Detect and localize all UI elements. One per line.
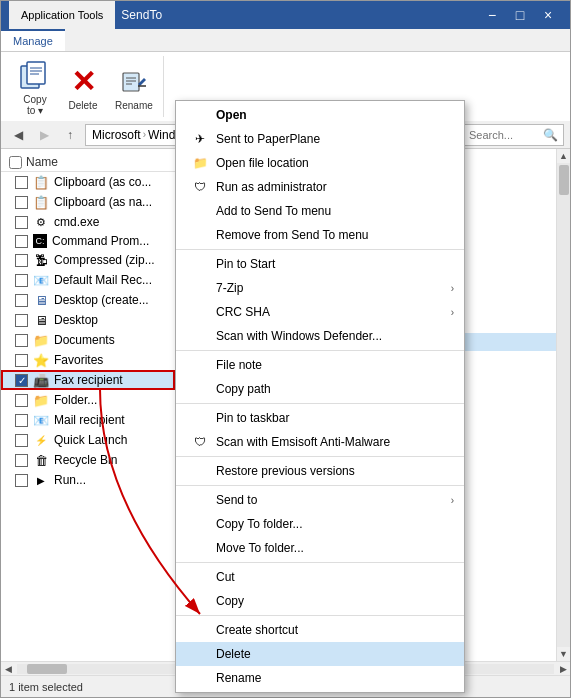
item-checkbox[interactable]: [15, 314, 28, 327]
scroll-down-button[interactable]: ▼: [557, 647, 571, 661]
list-item[interactable]: 📧 Default Mail Rec...: [1, 270, 175, 290]
list-item[interactable]: ⭐ Favorites: [1, 350, 175, 370]
item-checkbox[interactable]: [15, 294, 28, 307]
search-input[interactable]: [469, 129, 539, 141]
item-checkbox[interactable]: [15, 434, 28, 447]
list-item[interactable]: C: Command Prom...: [1, 232, 175, 250]
file-name: Mail recipient: [54, 413, 125, 427]
ctx-7zip[interactable]: 7-Zip ›: [176, 276, 464, 300]
ctx-create-shortcut[interactable]: Create shortcut: [176, 618, 464, 642]
organize-group: Copy to ▾ ✕ Delete: [9, 56, 164, 117]
minimize-button[interactable]: −: [478, 1, 506, 29]
ctx-open-location[interactable]: 📁 Open file location: [176, 151, 464, 175]
list-item[interactable]: ▶ Run...: [1, 470, 175, 490]
separator: [176, 249, 464, 250]
ctx-add-sendto[interactable]: Add to Send To menu: [176, 199, 464, 223]
mail-recipient-icon: 📧: [33, 412, 49, 428]
ctx-run-admin[interactable]: 🛡 Run as administrator: [176, 175, 464, 199]
search-box: 🔍: [464, 124, 564, 146]
vertical-scrollbar[interactable]: ▲ ▼: [556, 149, 570, 661]
ctx-file-note[interactable]: File note: [176, 353, 464, 377]
remove-icon: [192, 227, 208, 243]
item-checkbox[interactable]: [15, 254, 28, 267]
ctx-rename[interactable]: Rename: [176, 666, 464, 690]
list-item[interactable]: ⚡ Quick Launch: [1, 430, 175, 450]
emsisoft-icon: 🛡: [192, 434, 208, 450]
breadcrumb-part1: Microsoft: [92, 128, 141, 142]
list-item[interactable]: 📁 Folder...: [1, 390, 175, 410]
item-checkbox[interactable]: [15, 235, 28, 248]
close-button[interactable]: ×: [534, 1, 562, 29]
list-item[interactable]: 📋 Clipboard (as na...: [1, 192, 175, 212]
ctx-copy-path[interactable]: Copy path: [176, 377, 464, 401]
separator: [176, 403, 464, 404]
ctx-delete[interactable]: Delete: [176, 642, 464, 666]
list-item[interactable]: 🗑 Recycle Bin: [1, 450, 175, 470]
scroll-left-button[interactable]: ◀: [1, 662, 15, 676]
item-checkbox[interactable]: ✓: [15, 374, 28, 387]
tab-manage[interactable]: Manage: [1, 29, 65, 51]
copy-to-button[interactable]: Copy to ▾: [13, 58, 57, 118]
ctx-restore-versions[interactable]: Restore previous versions: [176, 459, 464, 483]
select-all-checkbox[interactable]: [9, 156, 22, 169]
list-item[interactable]: 📋 Clipboard (as co...: [1, 172, 175, 192]
ctx-copy[interactable]: Copy: [176, 589, 464, 613]
item-checkbox[interactable]: [15, 216, 28, 229]
name-column-header: Name: [26, 155, 58, 169]
item-checkbox[interactable]: [15, 474, 28, 487]
item-checkbox[interactable]: [15, 334, 28, 347]
ctx-pin-taskbar[interactable]: Pin to taskbar: [176, 406, 464, 430]
copy-folder-icon: [192, 516, 208, 532]
file-name: Clipboard (as co...: [54, 175, 151, 189]
ctx-scan-emsisoft[interactable]: 🛡 Scan with Emsisoft Anti-Malware: [176, 430, 464, 454]
copy-to-icon: [19, 60, 51, 92]
desktop-icon: 🖥: [33, 312, 49, 328]
list-item[interactable]: 🖥 Desktop (create...: [1, 290, 175, 310]
item-checkbox[interactable]: [15, 274, 28, 287]
list-item[interactable]: 🖥 Desktop: [1, 310, 175, 330]
up-button[interactable]: ↑: [59, 124, 81, 146]
ctx-send-to[interactable]: Send to ›: [176, 488, 464, 512]
rename-button[interactable]: Rename: [109, 64, 159, 113]
delete-button[interactable]: ✕ Delete: [61, 64, 105, 113]
ctx-remove-sendto[interactable]: Remove from Send To menu: [176, 223, 464, 247]
open-icon: [192, 107, 208, 123]
file-name: Command Prom...: [52, 234, 149, 248]
7zip-icon: [192, 280, 208, 296]
item-checkbox[interactable]: [15, 454, 28, 467]
ctx-copy-to-folder[interactable]: Copy To folder...: [176, 512, 464, 536]
ctx-scan-defender[interactable]: Scan with Windows Defender...: [176, 324, 464, 348]
file-name: Desktop: [54, 313, 98, 327]
list-item[interactable]: 🗜 Compressed (zip...: [1, 250, 175, 270]
list-item[interactable]: ⚙ cmd.exe: [1, 212, 175, 232]
scroll-up-button[interactable]: ▲: [557, 149, 571, 163]
item-checkbox[interactable]: [15, 394, 28, 407]
delete-label: Delete: [69, 100, 98, 111]
list-item[interactable]: 📧 Mail recipient: [1, 410, 175, 430]
title-bar: Application Tools SendTo − □ ×: [1, 1, 570, 29]
maximize-button[interactable]: □: [506, 1, 534, 29]
item-checkbox[interactable]: [15, 196, 28, 209]
cmd-icon: ⚙: [33, 214, 49, 230]
h-scroll-thumb[interactable]: [27, 664, 67, 674]
item-checkbox[interactable]: [15, 176, 28, 189]
item-checkbox[interactable]: [15, 354, 28, 367]
ctx-cut[interactable]: Cut: [176, 565, 464, 589]
back-button[interactable]: ◀: [7, 124, 29, 146]
item-checkbox[interactable]: [15, 414, 28, 427]
scroll-track[interactable]: [557, 163, 570, 647]
ctx-pin-start[interactable]: Pin to Start: [176, 252, 464, 276]
ctx-open[interactable]: Open: [176, 103, 464, 127]
delete-ctx-icon: [192, 646, 208, 662]
app-tools-tab[interactable]: Application Tools: [9, 1, 115, 29]
scroll-thumb[interactable]: [559, 165, 569, 195]
forward-button[interactable]: ▶: [33, 124, 55, 146]
list-item[interactable]: 📁 Documents: [1, 330, 175, 350]
window-controls: − □ ×: [478, 1, 562, 29]
file-name: Fax recipient: [54, 373, 123, 387]
scroll-right-button[interactable]: ▶: [556, 662, 570, 676]
list-item-fax[interactable]: ✓ 📠 Fax recipient: [1, 370, 175, 390]
ctx-move-to-folder[interactable]: Move To folder...: [176, 536, 464, 560]
ctx-crcsha[interactable]: CRC SHA ›: [176, 300, 464, 324]
ctx-sent-paperplane[interactable]: ✈ Sent to PaperPlane: [176, 127, 464, 151]
